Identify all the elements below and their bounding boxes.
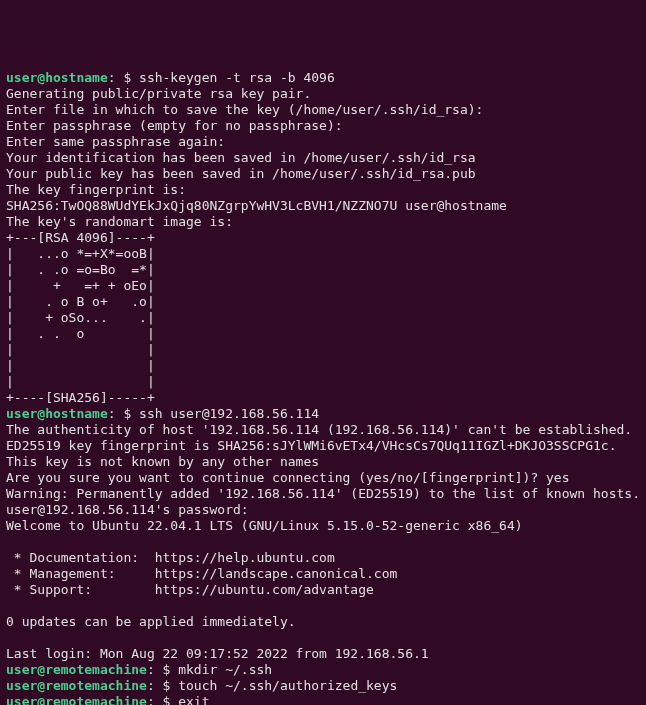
output-line: The authenticity of host '192.168.56.114… <box>6 422 640 438</box>
output-line: Enter file in which to save the key (/ho… <box>6 102 640 118</box>
output-line: | . . o | <box>6 326 640 342</box>
output-line: | . .o =o=Bo =*| <box>6 262 640 278</box>
prompt-user-host: user@remotemachine <box>6 678 147 693</box>
prompt-user-host: user@remotemachine <box>6 662 147 677</box>
output-line: Last login: Mon Aug 22 09:17:52 2022 fro… <box>6 646 640 662</box>
command-text: touch ~/.ssh/authorized_keys <box>178 678 397 693</box>
prompt-dollar: $ <box>155 662 178 677</box>
command-text: ssh user@192.168.56.114 <box>139 406 319 421</box>
output-line: Warning: Permanently added '192.168.56.1… <box>6 486 640 502</box>
prompt-user-host: user@hostname <box>6 70 108 85</box>
output-line: ED25519 key fingerprint is SHA256:sJYlWM… <box>6 438 640 454</box>
output-line: This key is not known by any other names <box>6 454 640 470</box>
prompt-line: user@remotemachine: $ exit <box>6 694 640 705</box>
prompt-dollar: $ <box>116 70 139 85</box>
prompt-dollar: $ <box>116 406 139 421</box>
prompt-line: user@remotemachine: $ touch ~/.ssh/autho… <box>6 678 640 694</box>
output-line: Your public key has been saved in /home/… <box>6 166 640 182</box>
output-line: Your identification has been saved in /h… <box>6 150 640 166</box>
output-line: +----[SHA256]-----+ <box>6 390 640 406</box>
output-line: * Support: https://ubuntu.com/advantage <box>6 582 640 598</box>
prompt-line: user@hostname: $ ssh-keygen -t rsa -b 40… <box>6 70 640 86</box>
output-line: * Documentation: https://help.ubuntu.com <box>6 550 640 566</box>
prompt-dollar: $ <box>155 694 178 705</box>
output-line: SHA256:TwOQ88WUdYEkJxQjq80NZgrpYwHV3LcBV… <box>6 198 640 214</box>
prompt-dollar: $ <box>155 678 178 693</box>
output-line: * Management: https://landscape.canonica… <box>6 566 640 582</box>
output-line: +---[RSA 4096]----+ <box>6 230 640 246</box>
output-line <box>6 534 640 550</box>
terminal-window[interactable]: user@hostname: $ ssh-keygen -t rsa -b 40… <box>6 70 640 705</box>
prompt-line: user@hostname: $ ssh user@192.168.56.114 <box>6 406 640 422</box>
output-line: Are you sure you want to continue connec… <box>6 470 640 486</box>
output-line <box>6 630 640 646</box>
output-line: The key's randomart image is: <box>6 214 640 230</box>
prompt-separator: : <box>108 70 116 85</box>
command-text: exit <box>178 694 209 705</box>
output-line: | + =+ + oEo| <box>6 278 640 294</box>
output-line: | | <box>6 358 640 374</box>
output-line: Enter same passphrase again: <box>6 134 640 150</box>
prompt-separator: : <box>147 694 155 705</box>
output-line: user@192.168.56.114's password: <box>6 502 640 518</box>
output-line: Welcome to Ubuntu 22.04.1 LTS (GNU/Linux… <box>6 518 640 534</box>
output-line <box>6 598 640 614</box>
command-text: ssh-keygen -t rsa -b 4096 <box>139 70 335 85</box>
prompt-separator: : <box>147 662 155 677</box>
output-line: | + oSo... .| <box>6 310 640 326</box>
prompt-user-host: user@hostname <box>6 406 108 421</box>
output-line: The key fingerprint is: <box>6 182 640 198</box>
command-text: mkdir ~/.ssh <box>178 662 272 677</box>
output-line: | | <box>6 342 640 358</box>
output-line: | ...o *=+X*=ooB| <box>6 246 640 262</box>
output-line: Generating public/private rsa key pair. <box>6 86 640 102</box>
output-line: | | <box>6 374 640 390</box>
prompt-user-host: user@remotemachine <box>6 694 147 705</box>
prompt-line: user@remotemachine: $ mkdir ~/.ssh <box>6 662 640 678</box>
prompt-separator: : <box>147 678 155 693</box>
output-line: | . o B o+ .o| <box>6 294 640 310</box>
prompt-separator: : <box>108 406 116 421</box>
output-line: Enter passphrase (empty for no passphras… <box>6 118 640 134</box>
output-line: 0 updates can be applied immediately. <box>6 614 640 630</box>
